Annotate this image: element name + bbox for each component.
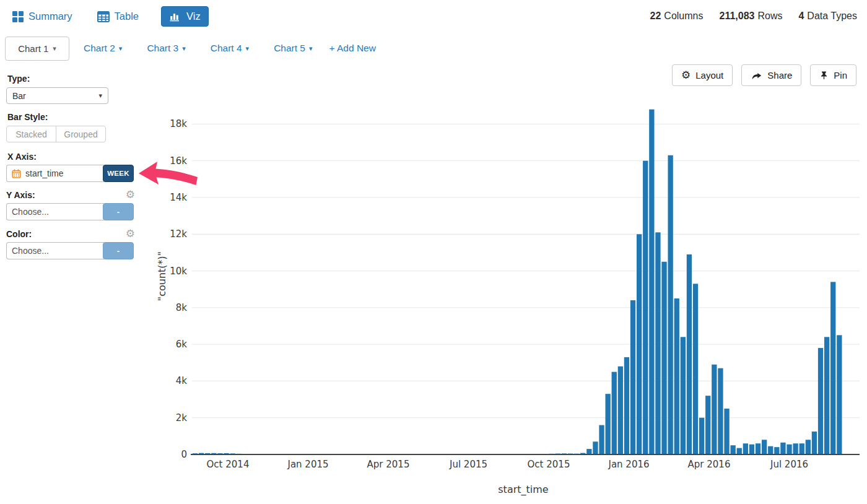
bar-chart-icon bbox=[169, 12, 181, 22]
bar bbox=[737, 448, 742, 454]
y-axis-field[interactable]: Choose... bbox=[6, 203, 104, 220]
pin-icon bbox=[819, 70, 829, 80]
bar-chart: 02k4k6k8k10k12k14k16k18kOct 2014Jan 2015… bbox=[142, 93, 867, 504]
chart-type-value: Bar bbox=[12, 91, 26, 101]
share-button-label: Share bbox=[767, 70, 792, 80]
gear-icon[interactable]: ⚙ bbox=[126, 228, 135, 239]
stacked-button[interactable]: Stacked bbox=[6, 126, 56, 142]
y-axis-label: Y Axis: bbox=[6, 190, 35, 200]
bar bbox=[799, 443, 804, 454]
color-aggregation-badge[interactable]: - bbox=[103, 242, 134, 259]
x-tick-label: Jan 2015 bbox=[287, 459, 328, 470]
viz-app: Summary Table Viz 22Columns bbox=[0, 0, 867, 504]
chevron-down-icon: ▾ bbox=[98, 92, 102, 99]
bar bbox=[793, 443, 798, 454]
tab-chart-1-label: Chart 1 bbox=[18, 43, 48, 54]
y-axis-header-row: Y Axis: ⚙ bbox=[6, 189, 135, 200]
color-label: Color: bbox=[6, 229, 32, 239]
y-tick-label: 6k bbox=[176, 339, 188, 350]
share-button[interactable]: Share bbox=[741, 64, 801, 86]
bar bbox=[699, 418, 704, 454]
chart-tabs: Chart 1 ▾ Chart 2 ▾ Chart 3 ▾ Chart 4 ▾ … bbox=[5, 37, 376, 60]
tab-chart-1[interactable]: Chart 1 ▾ bbox=[5, 37, 69, 61]
bar bbox=[774, 447, 779, 454]
bar bbox=[693, 284, 698, 454]
gear-icon[interactable]: ⚙ bbox=[126, 189, 135, 200]
table-view-label: Table bbox=[115, 11, 139, 22]
bar bbox=[612, 372, 617, 454]
bar bbox=[837, 335, 842, 454]
bar bbox=[586, 449, 591, 454]
y-tick-label: 8k bbox=[176, 302, 188, 313]
bar bbox=[818, 348, 823, 454]
columns-stat: 22Columns bbox=[650, 11, 704, 22]
table-icon bbox=[97, 11, 110, 22]
bar bbox=[712, 365, 717, 454]
data-types-label: Data Types bbox=[807, 11, 857, 21]
rows-label: Rows bbox=[757, 11, 782, 21]
y-axis-field-value: Choose... bbox=[12, 207, 49, 217]
columns-label: Columns bbox=[664, 11, 703, 21]
type-label: Type: bbox=[7, 74, 30, 84]
chevron-down-icon: ▾ bbox=[53, 45, 56, 52]
week-aggregation-badge[interactable]: WEEK bbox=[103, 165, 134, 182]
color-header-row: Color: ⚙ bbox=[6, 228, 135, 239]
tab-chart-5[interactable]: Chart 5 ▾ bbox=[274, 43, 312, 54]
y-axis-aggregation-badge[interactable]: - bbox=[103, 203, 134, 220]
tab-chart-2-label: Chart 2 bbox=[84, 43, 115, 54]
grouped-button[interactable]: Grouped bbox=[56, 126, 106, 142]
x-axis-field[interactable]: start_time bbox=[6, 165, 104, 182]
y-tick-label: 14k bbox=[170, 192, 187, 203]
bar bbox=[681, 337, 686, 454]
bar bbox=[724, 409, 729, 454]
x-tick-label: Apr 2016 bbox=[688, 459, 731, 470]
rows-count: 211,083 bbox=[719, 11, 754, 21]
bar bbox=[618, 367, 623, 454]
bar bbox=[668, 155, 673, 454]
bar bbox=[655, 232, 660, 454]
tab-chart-4[interactable]: Chart 4 ▾ bbox=[211, 43, 249, 54]
x-axis-field-value: start_time bbox=[25, 168, 63, 178]
bar bbox=[786, 445, 791, 454]
bar bbox=[637, 234, 642, 454]
tab-chart-3[interactable]: Chart 3 ▾ bbox=[147, 43, 185, 54]
bar bbox=[762, 440, 767, 454]
pin-button[interactable]: Pin bbox=[810, 64, 856, 86]
bar bbox=[806, 440, 811, 454]
chart-toolbar: ⚙ Layout Share Pin bbox=[672, 64, 856, 86]
color-field[interactable]: Choose... bbox=[6, 242, 104, 259]
x-tick-label: Apr 2015 bbox=[367, 459, 410, 470]
chevron-down-icon: ▾ bbox=[309, 45, 313, 52]
x-tick-label: Jan 2016 bbox=[608, 459, 649, 470]
tab-chart-2[interactable]: Chart 2 ▾ bbox=[84, 43, 122, 54]
y-axis-title: "count(*)" bbox=[156, 251, 168, 301]
bar bbox=[624, 357, 629, 454]
bar bbox=[780, 443, 785, 454]
x-tick-label: Jul 2016 bbox=[770, 459, 808, 470]
x-axis-title: start_time bbox=[498, 484, 548, 496]
x-tick-label: Oct 2014 bbox=[207, 459, 250, 470]
bar bbox=[718, 368, 723, 454]
y-tick-label: 18k bbox=[170, 118, 187, 129]
layout-button[interactable]: ⚙ Layout bbox=[672, 64, 733, 86]
chart-type-select[interactable]: Bar ▾ bbox=[6, 87, 108, 104]
summary-grid-icon bbox=[12, 11, 24, 22]
bar bbox=[599, 425, 604, 454]
x-tick-label: Oct 2015 bbox=[528, 459, 570, 470]
add-new-chart-button[interactable]: + Add New bbox=[329, 43, 376, 54]
layout-button-label: Layout bbox=[695, 70, 723, 80]
pin-button-label: Pin bbox=[834, 70, 847, 80]
summary-view-link[interactable]: Summary bbox=[12, 11, 72, 22]
y-tick-label: 4k bbox=[176, 375, 188, 386]
color-field-row: Choose... - bbox=[6, 242, 134, 259]
bar bbox=[768, 446, 773, 454]
bar-style-label: Bar Style: bbox=[7, 112, 48, 122]
viz-view-button[interactable]: Viz bbox=[161, 6, 209, 27]
color-field-value: Choose... bbox=[12, 246, 49, 256]
calendar-icon bbox=[12, 169, 21, 178]
viz-view-label: Viz bbox=[186, 11, 201, 22]
tab-chart-3-label: Chart 3 bbox=[147, 43, 178, 54]
table-view-link[interactable]: Table bbox=[97, 11, 139, 22]
chevron-down-icon: ▾ bbox=[182, 45, 186, 52]
bar bbox=[687, 254, 692, 454]
